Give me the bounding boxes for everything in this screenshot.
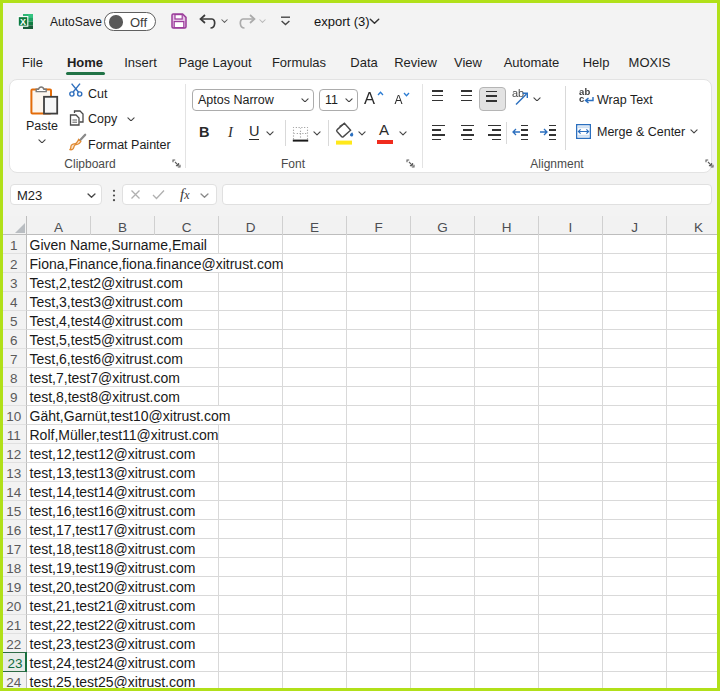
svg-text:X: X [20, 17, 26, 27]
